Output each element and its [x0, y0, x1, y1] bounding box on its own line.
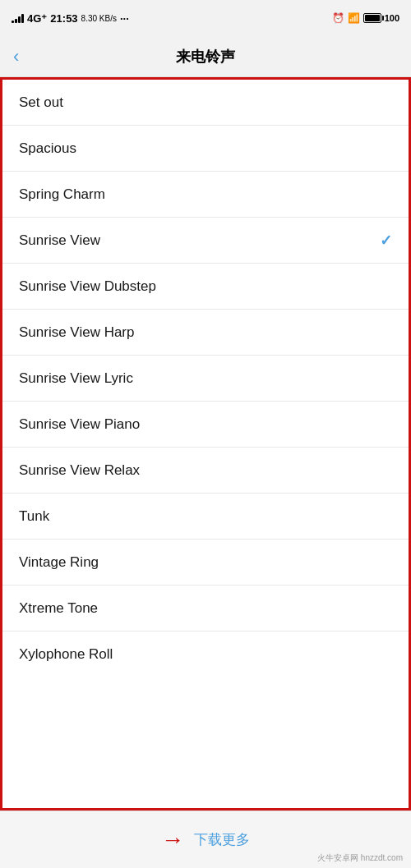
- page-title: 来电铃声: [176, 47, 235, 67]
- ringtone-item[interactable]: Sunrise View Relax: [2, 448, 409, 494]
- battery-icon: [363, 13, 381, 23]
- status-bar: 4G⁺ 21:53 8.30 KB/s ··· ⏰ 📶 100: [0, 0, 411, 36]
- ringtone-name: Xtreme Tone: [19, 600, 98, 617]
- carrier-label: 4G⁺: [27, 12, 47, 25]
- ringtone-item[interactable]: Sunrise View Dubstep: [2, 264, 409, 310]
- back-button[interactable]: ‹: [13, 46, 19, 67]
- ringtone-item[interactable]: Spring Charm: [2, 172, 409, 218]
- ringtone-item[interactable]: Xtreme Tone: [2, 586, 409, 631]
- ringtone-item[interactable]: Sunrise View Lyric: [2, 356, 409, 402]
- ringtone-name: Sunrise View Dubstep: [19, 278, 156, 295]
- ringtone-item[interactable]: Sunrise View✓: [2, 218, 409, 264]
- ringtone-item[interactable]: Vintage Ring: [2, 540, 409, 586]
- ringtone-name: Sunrise View Lyric: [19, 370, 133, 387]
- ringtone-name: Set out: [19, 94, 63, 111]
- time-label: 21:53: [50, 12, 77, 25]
- dots: ···: [120, 12, 129, 25]
- download-more-button[interactable]: 下载更多: [194, 830, 250, 849]
- ringtone-item[interactable]: Set out: [2, 80, 409, 126]
- ringtone-item[interactable]: Sunrise View Piano: [2, 402, 409, 448]
- ringtone-item[interactable]: Xylophone Roll: [2, 631, 409, 677]
- watermark: 火牛安卓网 hnzzdt.com: [317, 852, 403, 864]
- ringtone-name: Sunrise View: [19, 232, 100, 249]
- ringtone-name: Sunrise View Relax: [19, 462, 140, 479]
- ringtone-list-container: Set outSpaciousSpring CharmSunrise View✓…: [0, 77, 411, 811]
- ringtone-item[interactable]: Spacious: [2, 126, 409, 172]
- nav-bar: ‹ 来电铃声: [0, 36, 411, 77]
- arrow-icon: →: [161, 827, 184, 853]
- check-icon: ✓: [380, 232, 392, 250]
- ringtone-name: Spring Charm: [19, 186, 105, 203]
- bottom-bar: → 下载更多 火牛安卓网 hnzzdt.com: [0, 811, 411, 868]
- ringtone-list: Set outSpaciousSpring CharmSunrise View✓…: [2, 80, 409, 677]
- ringtone-item[interactable]: Sunrise View Harp: [2, 310, 409, 356]
- status-right: ⏰ 📶 100: [332, 12, 399, 24]
- bottom-content: → 下载更多: [161, 827, 250, 853]
- battery-fill: [365, 15, 380, 21]
- ringtone-name: Vintage Ring: [19, 554, 99, 571]
- ringtone-name: Xylophone Roll: [19, 646, 113, 663]
- ringtone-item[interactable]: Tunk: [2, 494, 409, 540]
- ringtone-name: Spacious: [19, 140, 76, 157]
- ringtone-name: Sunrise View Piano: [19, 416, 140, 433]
- ringtone-name: Sunrise View Harp: [19, 324, 134, 341]
- alarm-icon: ⏰: [332, 12, 344, 24]
- data-speed: 8.30 KB/s: [81, 14, 117, 23]
- ringtone-name: Tunk: [19, 508, 49, 525]
- status-left: 4G⁺ 21:53 8.30 KB/s ···: [12, 12, 129, 25]
- wifi-icon: 📶: [348, 12, 360, 24]
- signal-icon: [12, 13, 24, 23]
- battery-label: 100: [385, 13, 399, 23]
